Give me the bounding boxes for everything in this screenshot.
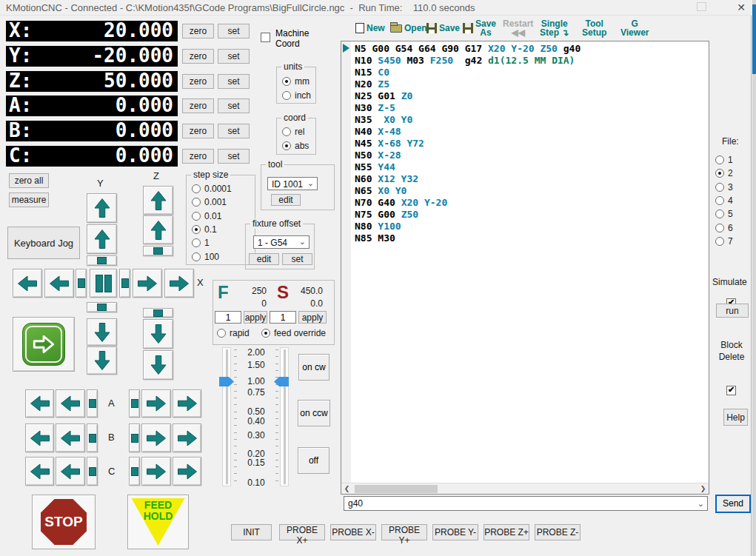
scrollbar-thumb[interactable] [355, 485, 438, 493]
feed-apply-button[interactable]: apply [244, 311, 267, 324]
jog-b-minus-button[interactable] [56, 423, 85, 452]
jog-z-minus-button[interactable] [143, 319, 173, 349]
scroll-left-icon[interactable]: ❮ [341, 483, 352, 495]
gcode-line[interactable]: N75 G00 Z50 [355, 209, 581, 221]
jog-z-plus-button[interactable] [143, 215, 173, 244]
zero-b-button[interactable]: zero [182, 124, 214, 138]
jog-y-minus-step-button[interactable] [87, 302, 117, 312]
spindle-off-button[interactable]: off [298, 447, 330, 474]
block-delete-checkbox[interactable] [726, 386, 736, 395]
zero-z-button[interactable]: zero [182, 74, 214, 89]
gcode-line[interactable]: N15 C0 [355, 67, 581, 78]
jog-x-minus-fast-button[interactable] [13, 269, 42, 298]
gcode-line[interactable]: N70 G40 X20 Y-20 [355, 197, 581, 209]
set-z-button[interactable]: set [218, 74, 250, 89]
jog-a-minus-step-button[interactable] [87, 389, 98, 418]
step-size-option-0-1[interactable]: 0.1 [192, 224, 217, 235]
probe-button-probe-z-[interactable]: PROBE Z- [535, 524, 581, 540]
gcode-line[interactable]: N65 X0 Y0 [355, 185, 581, 197]
probe-button-probe-y-[interactable]: PROBE Y- [432, 524, 478, 540]
jog-y-plus-button[interactable] [87, 224, 117, 254]
fixture-edit-button[interactable]: edit [249, 253, 279, 265]
zero-x-button[interactable]: zero [182, 24, 214, 38]
help-button[interactable]: Help [723, 409, 748, 426]
spindle-on-ccw-button[interactable]: on ccw [298, 400, 330, 426]
jog-pause-button[interactable] [90, 269, 117, 298]
gcode-line[interactable]: N40 X-48 [355, 126, 581, 138]
jog-a-minus-button[interactable] [56, 389, 85, 418]
jog-a-plus-step-button[interactable] [129, 389, 140, 418]
maximize-icon[interactable] [697, 2, 706, 11]
coord-option-rel[interactable]: rel [282, 127, 304, 137]
file-option-1[interactable]: 1 [715, 155, 733, 165]
jog-z-minus-fast-button[interactable] [143, 350, 173, 380]
set-x-button[interactable]: set [218, 24, 250, 38]
probe-button-probe-x-[interactable]: PROBE X+ [279, 524, 325, 540]
measure-button[interactable]: measure [9, 192, 49, 207]
jog-c-minus-button[interactable] [56, 457, 85, 486]
file-option-3[interactable]: 3 [715, 182, 733, 192]
probe-button-probe-x-[interactable]: PROBE X- [330, 524, 376, 540]
gcode-line[interactable]: N30 Z-5 [355, 102, 581, 114]
gcode-hscrollbar[interactable]: ❮ ❯ [341, 483, 709, 494]
open-button[interactable]: Open [390, 19, 427, 38]
jog-c-plus-fast-button[interactable] [173, 457, 201, 486]
feed-mode-option-rapid[interactable]: rapid [217, 328, 250, 338]
jog-b-plus-step-button[interactable] [129, 423, 140, 452]
jog-b-minus-fast-button[interactable] [25, 423, 54, 452]
set-a-button[interactable]: set [218, 98, 250, 113]
save-as-button[interactable]: Save As [463, 19, 496, 38]
jog-b-plus-fast-button[interactable] [173, 423, 201, 452]
set-c-button[interactable]: set [218, 149, 250, 164]
step-size-option-0-0001[interactable]: 0.0001 [192, 184, 232, 194]
step-size-option-100[interactable]: 100 [192, 252, 219, 262]
machine-coord-checkbox[interactable] [261, 33, 270, 42]
gcode-line[interactable]: N80 Y100 [355, 221, 581, 232]
file-option-5[interactable]: 5 [715, 209, 733, 219]
jog-c-minus-fast-button[interactable] [25, 457, 54, 486]
step-size-option-1[interactable]: 1 [192, 238, 210, 248]
jog-a-minus-fast-button[interactable] [25, 389, 54, 418]
file-option-6[interactable]: 6 [715, 223, 733, 233]
gcode-line[interactable]: N50 X-28 [355, 150, 581, 161]
feed-mode-option-feed-override[interactable]: feed override [261, 328, 326, 338]
new-button[interactable]: New [355, 19, 385, 38]
jog-c-plus-button[interactable] [141, 457, 171, 486]
file-option-4[interactable]: 4 [715, 195, 733, 206]
close-icon[interactable]: ✕ [735, 1, 748, 14]
gcode-line[interactable]: N85 M30 [355, 232, 581, 244]
step-size-option-0-01[interactable]: 0.01 [192, 211, 221, 221]
stop-button[interactable]: STOP [32, 495, 96, 549]
jog-b-minus-step-button[interactable] [87, 423, 98, 452]
jog-x-minus-step-button[interactable] [76, 269, 87, 298]
scroll-right-icon[interactable]: ❯ [698, 483, 709, 495]
units-option-inch[interactable]: inch [282, 90, 311, 101]
jog-y-plus-step-button[interactable] [87, 255, 117, 266]
probe-button-probe-y-[interactable]: PROBE Y+ [381, 524, 427, 540]
file-option-7[interactable]: 7 [715, 236, 733, 247]
gcode-line[interactable]: N25 G01 Z0 [355, 90, 581, 102]
zero-a-button[interactable]: zero [182, 98, 214, 113]
gcode-line[interactable]: N20 Z5 [355, 78, 581, 90]
jog-a-plus-button[interactable] [141, 389, 171, 418]
feed-override-input[interactable] [215, 311, 241, 324]
single-step-button[interactable]: Single Step ↴ [540, 19, 569, 38]
jog-z-minus-step-button[interactable] [143, 308, 173, 318]
tool-setup-button[interactable]: Tool Setup [582, 19, 606, 38]
jog-x-minus-button[interactable] [44, 269, 74, 298]
spindle-override-slider[interactable] [280, 347, 289, 486]
g-viewer-button[interactable]: G Viewer [620, 19, 649, 38]
jog-z-plus-step-button[interactable] [143, 246, 173, 256]
jog-a-plus-fast-button[interactable] [173, 389, 201, 418]
spindle-apply-button[interactable]: apply [298, 311, 327, 324]
jog-y-plus-fast-button[interactable] [87, 193, 117, 223]
jog-y-minus-button[interactable] [87, 318, 117, 346]
zero-c-button[interactable]: zero [182, 149, 214, 164]
jog-x-plus-button[interactable] [133, 269, 162, 298]
fixture-set-button[interactable]: set [282, 253, 312, 265]
zero-all-button[interactable]: zero all [9, 173, 49, 188]
gcode-line[interactable]: N45 X-68 Y72 [355, 138, 581, 150]
jog-y-minus-fast-button[interactable] [87, 346, 117, 375]
jog-c-minus-step-button[interactable] [87, 457, 98, 486]
jog-z-plus-fast-button[interactable] [143, 186, 173, 215]
